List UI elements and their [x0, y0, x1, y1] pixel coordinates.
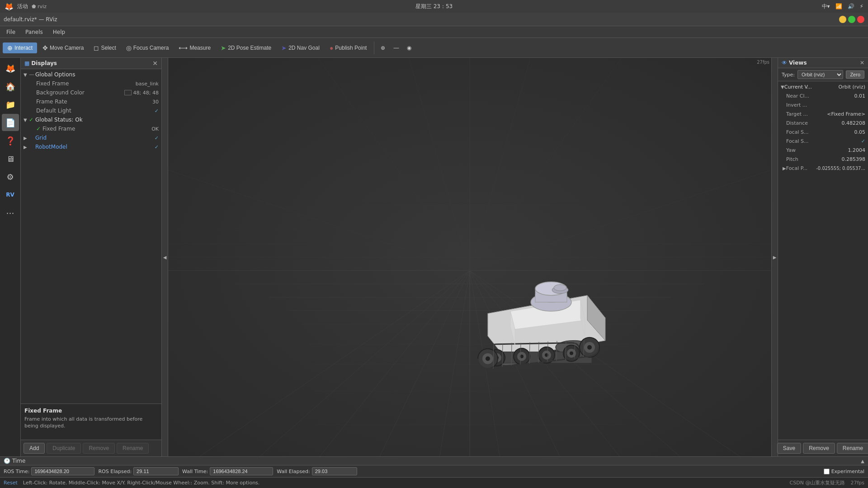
left-panel-toggle[interactable]: ◀ — [162, 58, 168, 456]
focal-s2-row[interactable]: Focal S... ✓ — [779, 136, 867, 145]
minimize-button[interactable] — [839, 16, 846, 23]
type-select[interactable]: Orbit (rviz) — [797, 70, 843, 79]
remove-view-button[interactable]: Remove — [803, 443, 835, 454]
global-status-label: Global Status: Ok — [35, 117, 159, 123]
info-box: Fixed Frame Frame into which all data is… — [21, 404, 161, 440]
wm-label: ⬟ rviz — [32, 4, 47, 9]
svg-point-51 — [570, 352, 573, 355]
focus-camera-tool[interactable]: ◎ Focus Camera — [122, 42, 174, 53]
measure-tool[interactable]: ⟷ Measure — [174, 42, 215, 53]
focal-s2-key: Focal S... — [786, 138, 861, 144]
select-label: Select — [101, 45, 116, 51]
focal-s1-value: 0.05 — [854, 129, 866, 135]
power-icon: ⚡ — [860, 3, 863, 9]
select-tool[interactable]: ◻ Select — [89, 42, 120, 53]
focal-s1-key: Focal S... — [786, 129, 854, 135]
zero-button[interactable]: Zero — [846, 70, 864, 79]
status-fixed-frame-row[interactable]: ✓ Fixed Frame OK — [22, 124, 160, 133]
global-options-header[interactable]: ▼ — Global Options — [22, 70, 160, 79]
dock-libreoffice[interactable]: 📄 — [2, 114, 19, 131]
interact-tool[interactable]: ⊕ Interact — [3, 42, 37, 53]
frame-rate-row[interactable]: Frame Rate 30 — [22, 97, 160, 106]
global-options-group: ▼ — Global Options Fixed Frame base_link… — [22, 70, 160, 115]
rename-button[interactable]: Rename — [117, 443, 149, 454]
maximize-button[interactable] — [848, 16, 855, 23]
views-panel-close[interactable]: ✕ — [860, 60, 864, 66]
time-panel-collapse[interactable]: ▲ — [861, 459, 864, 464]
duplicate-button[interactable]: Duplicate — [47, 443, 81, 454]
2d-pose-label: 2D Pose Estimate — [228, 45, 271, 51]
experimental-checkbox[interactable] — [824, 469, 830, 474]
grid-row[interactable]: ▶ Grid ✓ — [22, 133, 160, 142]
default-light-row[interactable]: Default Light ✓ — [22, 106, 160, 115]
distance-row[interactable]: Distance 0.482208 — [779, 118, 867, 127]
dock-apps[interactable]: ⋯ — [2, 204, 19, 221]
menu-help[interactable]: Help — [48, 28, 70, 36]
dock-settings[interactable]: ⚙ — [2, 168, 19, 185]
focal-s1-row[interactable]: Focal S... 0.05 — [779, 127, 867, 136]
dock-terminal[interactable]: 🖥 — [2, 150, 19, 167]
robot-model-label: RobotModel — [35, 144, 155, 150]
yaw-key: Yaw — [786, 147, 848, 153]
rename-view-button[interactable]: Rename — [837, 443, 868, 454]
close-button[interactable] — [857, 16, 864, 23]
background-color-row[interactable]: Background Color 48; 48; 48 — [22, 88, 160, 97]
publish-point-tool[interactable]: ● Publish Point — [325, 42, 372, 53]
extra-tool-3[interactable]: ◉ — [403, 43, 415, 53]
svg-line-26 — [302, 58, 470, 271]
dock-rviz[interactable]: RV — [2, 186, 19, 203]
publish-point-icon: ● — [330, 44, 333, 52]
yaw-row[interactable]: Yaw 1.2004 — [779, 145, 867, 155]
displays-panel-close[interactable]: ✕ — [152, 60, 158, 67]
robot-viewport: 27fps — [168, 58, 771, 456]
status-fixed-frame-key: Fixed Frame — [42, 126, 151, 132]
ros-time-input[interactable] — [31, 467, 94, 475]
dock-help[interactable]: ❓ — [2, 132, 19, 149]
wall-elapsed-input[interactable] — [312, 467, 357, 475]
frame-rate-key: Frame Rate — [36, 99, 152, 105]
global-status-header[interactable]: ▼ ✓ Global Status: Ok — [22, 115, 160, 124]
remove-button[interactable]: Remove — [83, 443, 115, 454]
menu-file[interactable]: File — [2, 28, 20, 36]
target-frame-row[interactable]: Target ... <Fixed Frame> — [779, 109, 867, 118]
status-bar: Reset Left-Click: Rotate. Middle-Click: … — [0, 477, 868, 488]
activity-icon: 🦊 — [5, 2, 14, 11]
svg-point-66 — [554, 285, 566, 291]
extra-tool-2[interactable]: — — [390, 43, 402, 53]
experimental-group: Experimental — [824, 469, 864, 474]
robot-model-row[interactable]: ▶ RobotModel ✓ — [22, 142, 160, 151]
svg-line-10 — [168, 271, 470, 456]
status-instructions: Left-Click: Rotate. Middle-Click: Move X… — [23, 480, 260, 486]
invert-row[interactable]: Invert ... — [779, 100, 867, 109]
dock-files[interactable]: 📁 — [2, 96, 19, 113]
robot-svg — [452, 241, 632, 399]
app-window: default.rviz* — RViz File Panels Help ⊕ … — [0, 13, 868, 488]
current-view-header-row[interactable]: ▼ Current V... Orbit (rviz) — [779, 82, 867, 91]
focal-p-row[interactable]: ▶ Focal P... -0.025555; 0.05537... — [779, 164, 867, 173]
right-panel-toggle[interactable]: ▶ — [771, 58, 778, 456]
wall-elapsed-label: Wall Elapsed: — [277, 469, 310, 474]
save-view-button[interactable]: Save — [777, 443, 801, 454]
type-label: Type: — [782, 72, 795, 78]
menu-panels[interactable]: Panels — [21, 28, 47, 36]
time-clock-icon: 🕐 — [4, 458, 10, 464]
ros-elapsed-input[interactable] — [133, 467, 179, 475]
extra-tool-1[interactable]: ⊕ — [377, 43, 389, 53]
dock-home[interactable]: 🏠 — [2, 78, 19, 95]
reset-button[interactable]: Reset — [4, 480, 18, 486]
viewport[interactable]: 27fps — [168, 58, 771, 456]
move-camera-tool[interactable]: ✥ Move Camera — [38, 42, 88, 53]
info-box-text: Frame into which all data is transformed… — [24, 416, 158, 430]
views-panel: 👁 Views ✕ Type: Orbit (rviz) Zero ▼ Curr… — [778, 58, 868, 456]
wall-time-input[interactable] — [210, 467, 273, 475]
2d-pose-tool[interactable]: ➤ 2D Pose Estimate — [216, 42, 276, 53]
displays-panel-header: ▦ Displays ✕ — [21, 58, 161, 69]
near-clip-row[interactable]: Near Cl... 0.01 — [779, 91, 867, 100]
2d-nav-tool[interactable]: ➤ 2D Nav Goal — [277, 42, 324, 53]
dock-firefox[interactable]: 🦊 — [2, 60, 19, 77]
views-panel-icon: 👁 — [782, 60, 787, 66]
fixed-frame-row[interactable]: Fixed Frame base_link — [22, 79, 160, 88]
displays-tree: ▼ — Global Options Fixed Frame base_link… — [21, 69, 161, 404]
add-button[interactable]: Add — [24, 443, 45, 454]
pitch-row[interactable]: Pitch 0.285398 — [779, 155, 867, 164]
